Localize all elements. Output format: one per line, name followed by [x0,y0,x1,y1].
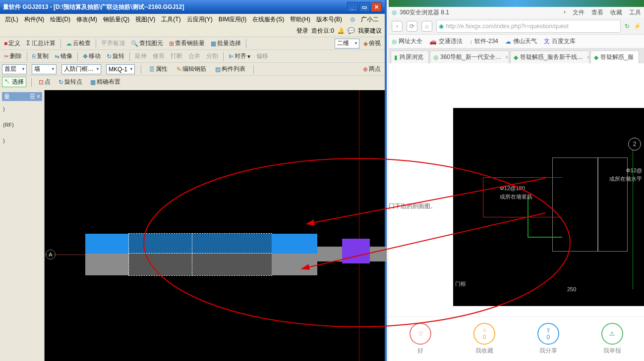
stat-share[interactable]: ⇪0 我分享 [537,323,559,355]
cloud-icon[interactable]: ◎ [347,15,358,24]
rotate-button[interactable]: ↻旋转 [105,51,126,61]
property-button[interactable]: ☰属性 [147,64,170,74]
url-input[interactable]: ◉ http://e.fwxgx.com/index.php?r=questio… [436,20,621,33]
toolbar-component: 首层 墙 人防门框… MKQ-1 ☰属性 ✎编辑钢筋 ▤构件列表 ⊕两点 [0,62,385,75]
wall-segment-selected[interactable] [192,234,272,254]
browser-menu-tool[interactable]: 工具 [629,8,641,17]
fav-software[interactable]: ↓软件-234 [469,37,498,46]
floor-combo[interactable]: 首层 [2,64,27,74]
menu-help[interactable]: 帮助(H) [287,14,313,25]
back-button[interactable]: ‹ [392,21,403,32]
align-button[interactable]: ⊫对齐 ▾ [227,51,252,61]
login-button[interactable]: 登录 [296,27,308,35]
wall-segment[interactable] [272,254,317,275]
view-mode-combo[interactable]: 二维 [335,39,359,49]
merge-button[interactable]: 合并 [186,51,202,61]
menu-layer[interactable]: 层(L) [2,14,21,25]
stat-report[interactable]: ⚠ 我举报 [601,323,623,355]
menu-cloud[interactable]: 云应用(Y) [184,14,216,25]
desktop-wallpaper [389,0,644,7]
stat-label: 我举报 [603,347,621,355]
tab-crossscreen[interactable]: ▮跨屏浏览 [391,51,429,63]
define-button[interactable]: ■定义 [2,38,22,49]
avatar-label[interactable]: 广小二 [358,14,382,25]
maximize-button[interactable]: ▭ [359,2,370,12]
wall-segment[interactable] [317,247,342,261]
id-combo[interactable]: MKQ-1 [106,64,135,74]
browser-menu-fav[interactable]: 收藏 [610,8,622,17]
wall-combo[interactable]: 墙 [32,64,57,74]
trim-button[interactable]: 修剪 [151,51,167,61]
edit-rebar-button[interactable]: ✎编辑钢筋 [175,64,208,74]
refresh-icon[interactable]: ↻ [625,23,630,30]
menu-modify[interactable]: 修改(M) [73,14,100,25]
move-button[interactable]: ✥移动 [81,51,103,61]
category-combo[interactable]: 人防门框… [61,64,101,74]
wall-segment-selected[interactable] [129,254,192,275]
minimize-button[interactable]: _ [347,2,358,12]
cad-drawing: 2 Φ12@180 或所在墙竖筋 Φ12@ 或所在墙水平 门框 250 [453,108,644,306]
web-content[interactable]: 门下边的剖面图。 2 Φ12@180 或所在墙竖筋 Φ12@ 或所在墙水平 门框… [389,63,644,361]
bell-icon[interactable]: 🔔 [337,27,345,34]
side-panel-item[interactable]: ) [2,133,42,149]
wall-segment[interactable] [85,234,129,254]
chat-icon[interactable]: 💬 [348,27,355,34]
copy-button[interactable]: ⎘复制 [30,51,51,61]
view-rebar-button[interactable]: ⊞查看钢筋量 [167,38,207,49]
cad-label-menkuang: 门框 [455,280,466,288]
split-button[interactable]: 分割 [204,51,220,61]
precise-place-button[interactable]: ▦精确布置 [88,77,122,87]
fav-weather[interactable]: ☁佛山天气 [505,37,537,46]
tab-360nav[interactable]: ◎360导航_新一代安全…× [430,51,509,63]
home-button[interactable]: ⌂ [421,21,432,32]
lightning-icon[interactable]: ⚡ [634,23,641,30]
door-frame-element[interactable] [342,239,370,263]
tab-faq2-active[interactable]: ◆答疑解惑_服 [590,51,639,63]
select-tool-button[interactable]: ↖ 选择 [2,77,26,87]
batch-select-button[interactable]: ▦批量选择 [209,38,243,49]
tab-faq1[interactable]: ◆答疑解惑_服务新干线…× [510,51,589,63]
wall-segment[interactable] [370,247,387,261]
point-button[interactable]: ⊡点 [37,77,53,87]
two-point-button[interactable]: ⊕两点 [361,64,383,74]
wall-segment[interactable] [85,254,129,275]
ortho-view-button[interactable]: ◈俯视 [361,38,383,49]
close-button[interactable]: ✕ [371,2,382,12]
sum-button[interactable]: Σ 汇总计算 [24,38,58,49]
menu-tools[interactable]: 工具(T) [158,14,183,25]
stat-favorite[interactable]: ☆0 我收藏 [473,323,495,355]
fav-navall[interactable]: ◎网址大全 [392,37,422,46]
menu-rebar[interactable]: 钢筋量(Q) [100,14,132,25]
component-list-button[interactable]: ▤构件列表 [213,64,247,74]
extend-button[interactable]: 延伸 [133,51,149,61]
drawing-viewport[interactable]: A [45,90,385,361]
menu-view[interactable]: 视图(V) [132,14,158,25]
reload-button[interactable]: ⟳ [407,21,417,32]
stat-like[interactable]: ♡ 好 [410,323,431,355]
side-panel-item[interactable]: ) [2,101,42,117]
browser-title: 360安全浏览器 8.1 [400,8,564,17]
break-button[interactable]: 打断 [169,51,184,61]
menu-bim[interactable]: BIM应用(I) [216,14,250,25]
browser-menu-view[interactable]: 查看 [591,8,603,17]
browser-menu-file[interactable]: 文件 [573,8,585,17]
cad-dim-250: 250 [567,286,576,292]
rotate-point-button[interactable]: ↻旋转点 [57,77,84,87]
find-element-button[interactable]: 🔍查找图元 [129,38,165,49]
feedback-button[interactable]: 我要建议 [358,27,382,35]
menu-online[interactable]: 在线服务(S) [249,14,287,25]
wall-segment-selected[interactable] [192,254,272,275]
side-panel-item[interactable]: (RF) [2,117,42,133]
menu-draw[interactable]: 绘图(D) [47,14,73,25]
flat-slab-button[interactable]: 平齐板顶 [99,38,127,49]
offset-button[interactable]: 偏移 [254,51,270,61]
menu-component[interactable]: 构件(N) [21,14,48,25]
cloud-check-button[interactable]: ☁云检查 [64,38,93,49]
delete-button[interactable]: ✂删除 [2,51,24,61]
wall-segment[interactable] [272,234,317,254]
fav-wenku[interactable]: 文百度文库 [544,37,576,46]
wall-segment-selected[interactable] [129,234,192,254]
mirror-button[interactable]: ⇋镜像 [53,51,74,61]
menu-version[interactable]: 版本号(B) [313,14,345,25]
fav-traffic[interactable]: 🚗交通违法 [429,37,463,46]
